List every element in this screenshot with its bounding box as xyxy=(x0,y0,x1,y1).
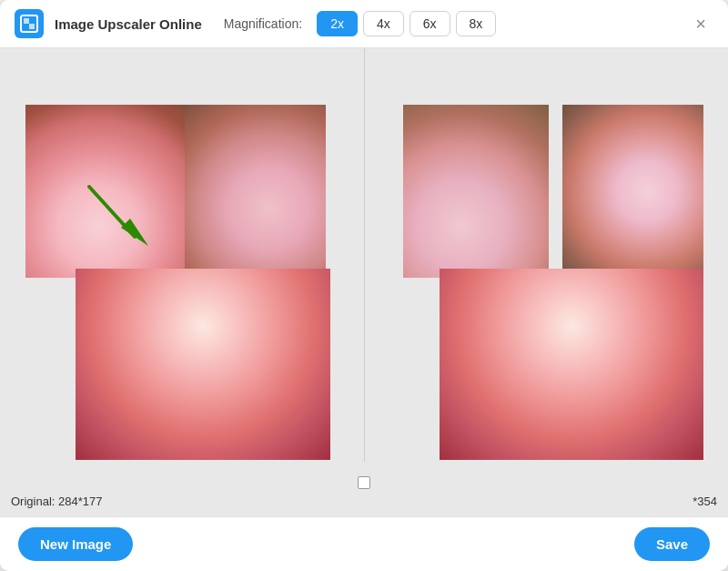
app-icon xyxy=(15,9,44,38)
original-image-collage xyxy=(25,105,326,460)
mag-btn-8x[interactable]: 8x xyxy=(456,11,497,36)
close-button[interactable]: × xyxy=(688,11,713,36)
upscaled-image-collage xyxy=(403,105,703,460)
app-window: Image Upscaler Online Magnification: 2x … xyxy=(0,0,728,571)
divider-line xyxy=(364,48,365,462)
upscaled-size-label: *354 xyxy=(693,495,717,508)
image-bottom xyxy=(76,269,330,460)
image-top-right xyxy=(185,105,326,278)
green-arrow xyxy=(80,178,162,272)
magnification-controls: 2x 4x 6x 8x xyxy=(317,11,496,36)
magnification-label: Magnification: xyxy=(224,16,302,31)
upscaled-top-left xyxy=(403,105,549,278)
original-size-label: Original: 284*177 xyxy=(11,495,102,508)
svg-marker-4 xyxy=(121,219,148,246)
svg-rect-1 xyxy=(24,18,29,24)
mag-btn-4x[interactable]: 4x xyxy=(363,11,404,36)
svg-rect-2 xyxy=(29,24,35,29)
save-button[interactable]: Save xyxy=(634,527,710,561)
app-title: Image Upscaler Online xyxy=(55,16,202,32)
center-divider xyxy=(350,48,378,516)
left-panel: Original: 284*177 xyxy=(0,48,350,516)
compare-checkbox[interactable] xyxy=(358,476,370,489)
titlebar: Image Upscaler Online Magnification: 2x … xyxy=(0,0,728,48)
upscaled-bottom xyxy=(440,269,703,460)
bottom-bar: New Image Save xyxy=(0,516,728,571)
mag-btn-2x[interactable]: 2x xyxy=(317,11,358,36)
new-image-button[interactable]: New Image xyxy=(18,527,133,561)
mag-btn-6x[interactable]: 6x xyxy=(410,11,450,36)
right-panel: *354 xyxy=(378,48,728,516)
upscaled-top-right xyxy=(562,105,703,278)
main-content: Original: 284*177 *354 xyxy=(0,48,728,516)
